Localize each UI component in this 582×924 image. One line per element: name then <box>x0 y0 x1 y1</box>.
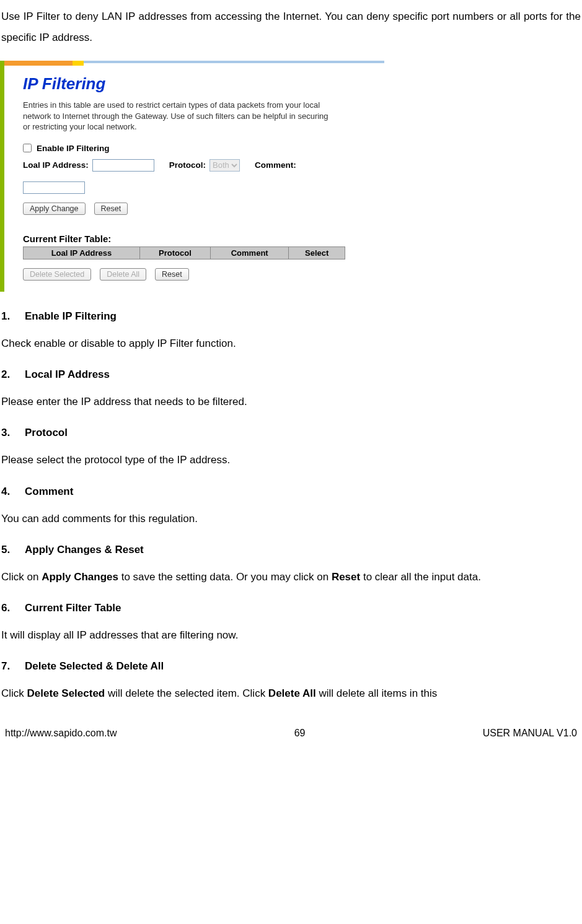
decorative-top-bar <box>4 61 384 66</box>
enable-ip-filtering-checkbox[interactable] <box>23 144 32 152</box>
col-protocol: Protocol <box>139 246 210 259</box>
col-local-ip: Loal IP Address <box>24 246 140 259</box>
table-buttons-row: Delete Selected Delete All Reset <box>23 268 372 281</box>
item-body: It will display all IP addresses that ar… <box>1 625 581 645</box>
item-2: 2.Local IP Address Please enter the IP a… <box>1 368 581 412</box>
second-input-row <box>23 178 372 194</box>
apply-reset-buttons: Apply Change Reset <box>23 203 372 215</box>
item-title: Comment <box>25 486 73 497</box>
table-header-row: Loal IP Address Protocol Comment Select <box>24 246 345 259</box>
item-number: 4. <box>1 486 25 498</box>
item-body: Please select the protocol type of the I… <box>1 450 581 470</box>
apply-change-button[interactable]: Apply Change <box>23 203 86 215</box>
delete-all-button[interactable]: Delete All <box>100 268 146 281</box>
ip-filtering-screenshot: IP Filtering Entries in this table are u… <box>0 61 384 292</box>
footer-page-number: 69 <box>294 728 306 739</box>
item-title: Local IP Address <box>25 368 110 380</box>
local-ip-input[interactable] <box>92 159 154 172</box>
item-5: 5.Apply Changes & Reset Click on Apply C… <box>1 544 581 587</box>
item-title: Apply Changes & Reset <box>25 544 144 556</box>
item-6: 6.Current Filter Table It will display a… <box>1 602 581 645</box>
current-filter-table-label: Current Filter Table: <box>23 233 372 244</box>
item-body: Please enter the IP address that needs t… <box>1 392 581 412</box>
enable-ip-filtering-label: Enable IP Filtering <box>37 144 110 153</box>
panel-description: Entries in this table are used to restri… <box>23 100 333 133</box>
footer-url: http://www.sapido.com.tw <box>5 728 117 739</box>
protocol-label: Protocol: <box>169 160 206 170</box>
input-fields-row: Loal IP Address: Protocol: Both Comment: <box>23 159 372 172</box>
item-number: 5. <box>1 544 25 556</box>
item-body: You can add comments for this regulation… <box>1 509 581 529</box>
item-number: 3. <box>1 427 25 439</box>
item-title: Delete Selected & Delete All <box>25 660 164 672</box>
col-comment: Comment <box>211 246 289 259</box>
delete-selected-button[interactable]: Delete Selected <box>23 268 91 281</box>
comment-input[interactable] <box>23 181 85 194</box>
protocol-select[interactable]: Both <box>209 159 240 172</box>
item-4: 4.Comment You can add comments for this … <box>1 486 581 529</box>
item-3: 3.Protocol Please select the protocol ty… <box>1 427 581 470</box>
item-body: Click Delete Selected will delete the se… <box>1 684 581 704</box>
item-title: Enable IP Filtering <box>25 310 117 322</box>
local-ip-label: Loal IP Address: <box>23 160 89 170</box>
item-7: 7.Delete Selected & Delete All Click Del… <box>1 660 581 704</box>
item-body: Check enable or disable to apply IP Filt… <box>1 334 581 354</box>
item-number: 1. <box>1 310 25 323</box>
enable-ip-filtering-row: Enable IP Filtering <box>23 144 372 153</box>
item-1: 1.Enable IP Filtering Check enable or di… <box>1 310 581 354</box>
item-number: 2. <box>1 368 25 381</box>
page-footer: http://www.sapido.com.tw 69 USER MANUAL … <box>0 709 582 747</box>
intro-paragraph: Use IP Filter to deny LAN IP addresses f… <box>0 6 582 61</box>
item-number: 6. <box>1 602 25 614</box>
col-select: Select <box>289 246 345 259</box>
comment-label: Comment: <box>255 160 296 170</box>
panel-title: IP Filtering <box>23 74 372 94</box>
item-title: Protocol <box>25 427 68 438</box>
item-title: Current Filter Table <box>25 602 121 614</box>
item-number: 7. <box>1 660 25 673</box>
reset-table-button[interactable]: Reset <box>155 268 189 281</box>
footer-manual-version: USER MANUAL V1.0 <box>483 728 577 739</box>
item-body: Click on Apply Changes to save the setti… <box>1 567 581 587</box>
reset-button[interactable]: Reset <box>94 203 128 215</box>
filter-table: Loal IP Address Protocol Comment Select <box>23 246 345 259</box>
